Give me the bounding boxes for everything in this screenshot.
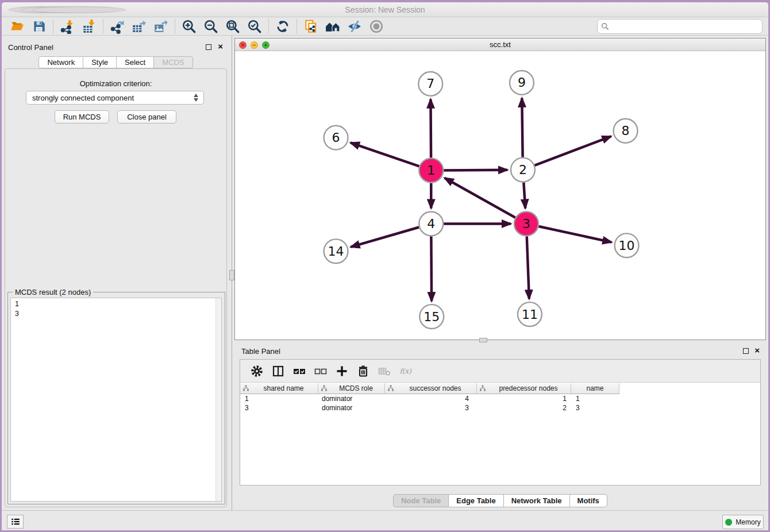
search-input[interactable] [611,22,759,30]
table-settings-gear-icon[interactable] [246,363,267,380]
graph-edge-1-6[interactable] [351,142,419,166]
save-session-icon[interactable] [28,18,50,34]
cell-mcds-role[interactable]: dominator [318,395,385,404]
session-title: Session: New Session [2,5,768,14]
export-image-icon[interactable] [150,18,172,34]
graph-node-label-9: 9 [518,75,526,90]
list-icon [10,517,21,526]
network-canvas[interactable]: 1234678910111415 [235,51,765,340]
deselect-all-columns-icon[interactable] [310,363,331,380]
search-box[interactable] [597,19,763,34]
graph-edge-3-1[interactable] [445,178,515,218]
application-window: Session: New Session [2,2,768,530]
delete-table-icon[interactable] [374,363,395,380]
add-column-icon[interactable] [331,363,352,380]
open-session-icon[interactable] [6,18,28,34]
table-header-row: shared name MCDS role successor nodes pr… [240,383,619,394]
graph-node-label-10: 10 [619,238,635,253]
graph-node-label-15: 15 [424,310,440,324]
tab-node-table[interactable]: Node Table [393,494,449,507]
graph-edge-2-9[interactable] [522,98,522,157]
graph-edge-3-11[interactable] [527,236,529,299]
tab-select[interactable]: Select [117,56,154,68]
control-panel-title: Control Panel [8,43,53,52]
select-all-columns-icon[interactable] [288,363,310,380]
graph-node-label-14: 14 [328,244,344,259]
result-scrollbar[interactable] [215,298,221,501]
tab-network[interactable]: Network [38,56,83,68]
split-pane-grip[interactable] [479,338,487,342]
function-builder-icon[interactable]: f(x) [395,363,416,380]
column-header-successor-nodes[interactable]: successor nodes [385,383,477,394]
cell-name[interactable]: 3 [571,404,619,413]
result-line: 3 [15,309,221,319]
import-network-icon[interactable] [56,18,78,34]
import-table-icon[interactable] [78,18,100,34]
export-table-icon[interactable] [128,18,150,34]
cell-predecessor-nodes[interactable]: 2 [477,404,571,413]
graph-edge-2-3[interactable] [523,183,525,209]
zoom-selected-icon[interactable] [244,18,265,34]
home-view-icon[interactable] [322,18,344,34]
attribute-tree-icon [479,385,486,392]
column-header-shared-name[interactable]: shared name [240,383,318,394]
graph-edge-1-2[interactable] [444,170,507,171]
apply-layout-icon[interactable] [272,18,294,34]
graph-edge-2-8[interactable] [534,136,611,165]
cell-shared-name[interactable]: 3 [240,404,318,413]
zoom-fit-icon[interactable] [222,18,244,34]
graph-edge-4-15[interactable] [431,236,432,301]
graph-node-label-3: 3 [522,217,530,231]
network-window-titlebar[interactable]: × − + scc.txt [235,38,765,51]
criterion-dropdown[interactable]: strongly connected component [26,91,204,105]
float-panel-icon[interactable] [743,348,749,354]
memory-button[interactable]: Memory [722,515,764,529]
memory-status-icon [725,519,732,526]
split-column-icon[interactable] [267,363,288,380]
graph-edge-4-14[interactable] [351,228,419,247]
graph-edge-3-10[interactable] [538,226,611,242]
cell-name[interactable]: 1 [571,395,619,404]
close-panel-icon[interactable]: × [754,348,760,353]
delete-column-icon[interactable] [352,363,374,380]
control-panel-tabs: Network Style Select MCDS [2,56,230,68]
cell-successor-nodes[interactable]: 3 [385,404,477,413]
mcds-result-textarea[interactable]: 1 3 [10,298,222,502]
float-panel-icon[interactable] [206,44,211,50]
export-network-icon[interactable] [106,18,128,34]
zoom-out-icon[interactable] [200,18,222,34]
graph-node-label-2: 2 [519,163,527,177]
cell-mcds-role[interactable]: dominator [318,404,385,413]
criterion-value: strongly connected component [32,94,134,102]
show-graphics-details-icon[interactable] [365,18,387,34]
graph-node-label-8: 8 [622,124,630,138]
column-header-predecessor-nodes[interactable]: predecessor nodes [477,383,571,394]
table-toolbar: f(x) [240,360,760,383]
duplicate-network-icon[interactable] [300,18,322,34]
cell-predecessor-nodes[interactable]: 1 [477,395,571,404]
show-networks-list-button[interactable] [7,515,24,529]
close-panel-button[interactable]: Close panel [117,110,176,124]
tab-edge-table[interactable]: Edge Table [449,494,503,507]
graph-edge-1-7[interactable] [430,99,431,158]
close-panel-icon[interactable]: × [218,44,223,49]
column-header-name[interactable]: name [571,383,619,394]
table-row[interactable]: 1 dominator 4 1 1 [240,395,619,404]
zoom-in-icon[interactable] [178,18,200,34]
network-graph[interactable]: 1234678910111415 [235,51,765,340]
tab-mcds[interactable]: MCDS [154,56,192,68]
tab-network-table[interactable]: Network Table [504,494,570,507]
tab-motifs[interactable]: Motifs [570,494,607,507]
tab-style[interactable]: Style [83,56,117,68]
mac-titlebar: Session: New Session [2,2,768,17]
table-row[interactable]: 3 dominator 3 2 3 [240,404,619,413]
cell-shared-name[interactable]: 1 [240,395,318,404]
control-panel: Control Panel × Network Style Select MCD… [2,36,230,510]
toolbar-separator [53,20,53,33]
run-mcds-button[interactable]: Run MCDS [55,110,109,124]
column-header-mcds-role[interactable]: MCDS role [318,383,385,394]
cell-successor-nodes[interactable]: 4 [385,395,477,404]
table-panel: Table Panel × [234,342,766,510]
hide-graphics-details-icon[interactable] [344,18,365,34]
panel-divider-grip[interactable] [229,270,234,280]
